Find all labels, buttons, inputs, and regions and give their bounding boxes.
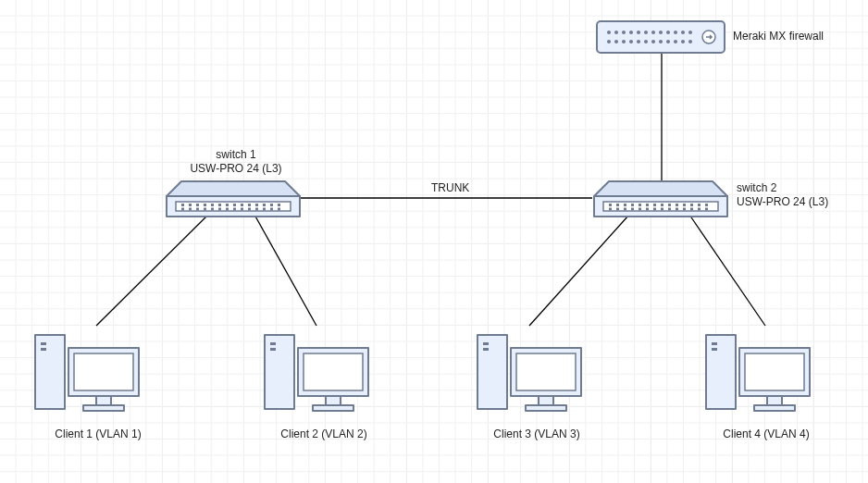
edge-s2-c4 <box>689 215 765 326</box>
svg-rect-72 <box>698 204 701 206</box>
svg-rect-62 <box>624 204 626 206</box>
svg-point-13 <box>688 31 692 34</box>
svg-rect-104 <box>483 348 489 351</box>
edge-s2-c3 <box>529 215 629 326</box>
svg-point-6 <box>637 31 640 34</box>
svg-rect-101 <box>313 405 353 411</box>
svg-rect-107 <box>539 396 553 405</box>
svg-rect-44 <box>189 208 192 211</box>
svg-rect-49 <box>226 208 229 211</box>
svg-rect-110 <box>712 342 717 345</box>
svg-rect-38 <box>248 204 251 206</box>
svg-point-14 <box>607 40 611 43</box>
svg-rect-68 <box>668 204 671 206</box>
svg-rect-93 <box>96 396 111 405</box>
svg-rect-69 <box>676 204 678 206</box>
client1-label: Client 1 (VLAN 1) <box>43 427 154 440</box>
svg-rect-40 <box>263 204 266 206</box>
svg-point-9 <box>659 31 663 34</box>
svg-rect-35 <box>226 204 229 206</box>
svg-rect-92 <box>74 353 133 390</box>
svg-rect-87 <box>705 208 708 211</box>
client3-label: Client 3 (VLAN 3) <box>481 427 592 440</box>
svg-rect-31 <box>196 204 199 206</box>
switch2-line1: switch 2 <box>737 181 776 194</box>
svg-rect-51 <box>241 208 243 211</box>
svg-rect-80 <box>653 208 656 211</box>
svg-point-12 <box>681 31 685 34</box>
svg-rect-83 <box>676 208 678 211</box>
svg-rect-41 <box>270 204 273 206</box>
svg-rect-56 <box>278 208 280 211</box>
svg-rect-114 <box>767 396 782 405</box>
svg-rect-30 <box>189 204 192 206</box>
trunk-label: TRUNK <box>431 181 469 194</box>
svg-point-4 <box>622 31 626 34</box>
svg-rect-85 <box>690 208 693 211</box>
svg-rect-89 <box>41 342 46 345</box>
svg-rect-34 <box>218 204 221 206</box>
svg-rect-73 <box>705 204 708 206</box>
svg-point-7 <box>644 31 648 34</box>
switch2-icon <box>592 180 729 218</box>
svg-point-17 <box>629 40 633 43</box>
svg-rect-94 <box>83 405 124 411</box>
svg-rect-43 <box>181 208 184 211</box>
svg-rect-29 <box>181 204 184 206</box>
svg-point-2 <box>607 31 611 34</box>
client3-icon <box>474 326 585 418</box>
svg-rect-46 <box>204 208 206 211</box>
svg-rect-108 <box>526 405 566 411</box>
svg-rect-48 <box>218 208 221 211</box>
svg-point-23 <box>674 40 677 43</box>
edge-s1-c1 <box>96 215 208 326</box>
svg-rect-75 <box>616 208 619 211</box>
svg-point-3 <box>614 31 618 34</box>
svg-marker-57 <box>594 181 727 196</box>
svg-rect-109 <box>706 335 736 409</box>
svg-rect-67 <box>661 204 663 206</box>
svg-rect-102 <box>477 335 507 409</box>
svg-rect-70 <box>683 204 686 206</box>
svg-rect-76 <box>624 208 626 211</box>
svg-point-19 <box>644 40 648 43</box>
svg-rect-39 <box>255 204 258 206</box>
client1-icon <box>31 326 143 418</box>
svg-rect-32 <box>204 204 206 206</box>
client4-label: Client 4 (VLAN 4) <box>711 427 822 440</box>
svg-point-16 <box>622 40 626 43</box>
switch1-line2: USW-PRO 24 (L3) <box>190 162 281 175</box>
svg-rect-54 <box>263 208 266 211</box>
svg-point-5 <box>629 31 633 34</box>
client2-label: Client 2 (VLAN 2) <box>268 427 379 440</box>
svg-rect-79 <box>646 208 649 211</box>
svg-rect-106 <box>516 353 576 390</box>
svg-rect-100 <box>326 396 341 405</box>
svg-rect-55 <box>270 208 273 211</box>
firewall-icon <box>596 20 725 54</box>
svg-rect-82 <box>668 208 671 211</box>
svg-rect-42 <box>278 204 280 206</box>
svg-rect-47 <box>211 208 214 211</box>
svg-rect-74 <box>609 208 612 211</box>
svg-rect-84 <box>683 208 686 211</box>
svg-rect-50 <box>233 208 236 211</box>
svg-point-8 <box>651 31 655 34</box>
svg-rect-78 <box>639 208 641 211</box>
switch1-label: switch 1 USW-PRO 24 (L3) <box>185 148 287 176</box>
svg-rect-77 <box>631 208 634 211</box>
svg-rect-111 <box>712 348 717 351</box>
svg-rect-113 <box>745 353 804 390</box>
svg-rect-66 <box>653 204 656 206</box>
switch1-icon <box>165 180 302 218</box>
svg-rect-64 <box>639 204 641 206</box>
svg-point-18 <box>637 40 640 43</box>
svg-point-25 <box>688 40 692 43</box>
svg-rect-60 <box>609 204 612 206</box>
svg-rect-36 <box>233 204 236 206</box>
svg-rect-61 <box>616 204 619 206</box>
svg-rect-71 <box>690 204 693 206</box>
switch2-label: switch 2 USW-PRO 24 (L3) <box>737 181 838 209</box>
svg-rect-33 <box>211 204 214 206</box>
edge-s1-c2 <box>254 215 316 326</box>
